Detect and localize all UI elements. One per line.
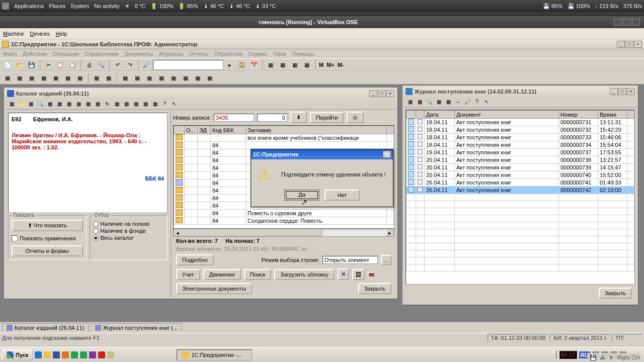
radio-infund[interactable] — [93, 228, 99, 234]
search-button[interactable]: Поиск — [244, 269, 271, 280]
tb-open-icon[interactable]: 📂 — [14, 59, 25, 70]
journal-row[interactable]: 18.04.11Акт поступления книг000000073415… — [407, 141, 634, 149]
ql-ie-icon[interactable] — [35, 351, 42, 358]
uchet-button[interactable]: Учет — [176, 269, 200, 280]
ct-new-icon[interactable]: ▦ — [7, 100, 16, 109]
journal-titlebar[interactable]: Журнал поступления книг (14.02.09-31.12.… — [404, 86, 637, 97]
scroll-thumb[interactable] — [182, 229, 323, 236]
tb2-16-icon[interactable]: ▦ — [192, 72, 203, 83]
journal-max-icon[interactable]: □ — [618, 88, 626, 95]
go-button[interactable]: Перейти — [310, 112, 344, 123]
wintab-journal[interactable]: Журнал поступления книг (... — [91, 323, 182, 332]
detail-button[interactable]: Подробно — [176, 254, 214, 265]
tb2-3-icon[interactable]: ▦ — [26, 72, 37, 83]
cover-clear-button[interactable]: ✕ — [338, 268, 349, 280]
ct-sort-icon[interactable]: ▦ — [84, 100, 93, 109]
journal-row[interactable]: 18.04.11Акт поступления книг000000073215… — [407, 126, 634, 134]
journal-min-icon[interactable]: _ — [610, 88, 618, 95]
gnome-system[interactable]: System — [70, 3, 89, 9]
tb-copy-icon[interactable]: 📋 — [55, 59, 66, 70]
ql-opera-icon[interactable] — [98, 351, 105, 358]
dialog-yes-button[interactable]: Да — [284, 190, 319, 201]
tb-misc2-icon[interactable]: ▦ — [277, 59, 288, 70]
ct-refresh-icon[interactable]: ↻ — [103, 100, 112, 109]
dialog-titlebar[interactable]: 1С:Предприятие × — [251, 149, 393, 159]
ql-explorer-icon[interactable] — [44, 351, 51, 358]
close-catalog-button[interactable]: Закрыть — [358, 283, 391, 294]
ct-more1-icon[interactable]: ▦ — [112, 100, 121, 109]
gnome-places[interactable]: Places — [49, 3, 65, 9]
tb-search-combo[interactable] — [153, 60, 223, 70]
ct-pointer-icon[interactable]: ↖ — [170, 100, 179, 109]
scroll-right-icon[interactable]: ▸ — [386, 229, 394, 236]
what-show-button[interactable]: ⬆ Что показать — [12, 220, 83, 231]
col-bbk[interactable]: Код ББК — [211, 126, 246, 134]
journal-row[interactable]: 20.04.11Акт поступления книг000000073813… — [407, 156, 634, 164]
tb-paste-icon[interactable]: 📋 — [67, 59, 78, 70]
menu-reports[interactable]: Отчеты — [189, 51, 208, 57]
jt-help-icon[interactable]: ? — [472, 98, 481, 107]
close-journal-button[interactable]: Закрыть — [599, 288, 632, 299]
tb2-7-icon[interactable]: ▦ — [74, 72, 86, 83]
menu-docs[interactable]: Документы — [124, 51, 153, 57]
ct-more3-icon[interactable]: ▦ — [131, 100, 140, 109]
journal-close-icon[interactable]: × — [627, 88, 635, 95]
catalog-min-icon[interactable]: _ — [369, 90, 377, 97]
menu-file[interactable]: Файл — [3, 51, 17, 57]
edoc-button[interactable]: Электронные документы — [176, 283, 252, 294]
vbox-grip[interactable] — [0, 12, 644, 16]
tb-print-icon[interactable]: 🖨 — [84, 59, 95, 70]
vbox-menu-machine[interactable]: Machine — [3, 31, 24, 37]
scroll-left-icon[interactable]: ◂ — [174, 229, 182, 236]
ql-save-icon[interactable] — [53, 351, 60, 358]
reports-button[interactable]: Отчеты и формы — [12, 245, 83, 256]
jt-find-icon[interactable]: 🔎 — [463, 98, 472, 107]
onec-close-icon[interactable]: × — [634, 41, 642, 48]
jt-view-icon[interactable]: 🔍 — [425, 98, 434, 107]
tb-redo-icon[interactable]: ↷ — [124, 59, 135, 70]
ql-firefox-icon[interactable] — [62, 351, 69, 358]
tb2-2-icon[interactable]: ▦ — [14, 72, 25, 83]
mode-more-button[interactable]: ... — [381, 255, 391, 265]
tb-misc3-icon[interactable]: ▦ — [289, 59, 300, 70]
rec-target-icon[interactable]: ◎ — [347, 112, 364, 123]
show-notes-checkbox[interactable] — [12, 235, 18, 241]
gnome-apps[interactable]: Applications — [14, 3, 44, 9]
vbox-close-icon[interactable] — [632, 19, 640, 26]
ct-copy-icon[interactable]: ▦ — [45, 100, 54, 109]
menu-proc[interactable]: Обработки — [214, 51, 242, 57]
tb2-1-icon[interactable]: ▦ — [2, 72, 13, 83]
ql-app3-icon[interactable] — [89, 351, 96, 358]
tb-mp[interactable]: M+ — [326, 62, 336, 68]
journal-grid[interactable]: Дата Документ Номер Время 18.04.11Акт по… — [406, 110, 635, 285]
tb-misc1-icon[interactable]: ▦ — [265, 59, 276, 70]
start-button[interactable]: Пуск — [2, 349, 33, 360]
tb2-12-icon[interactable]: ▦ — [144, 72, 155, 83]
jcol-time[interactable]: Время — [598, 111, 627, 119]
journal-row[interactable]: 20.04.11Акт поступления книг000000073914… — [407, 164, 634, 171]
tb2-11-icon[interactable]: ▦ — [132, 72, 143, 83]
gnome-foot-icon[interactable] — [2, 3, 9, 10]
col-o[interactable]: О... — [185, 126, 198, 134]
jt-interval-icon[interactable]: ↔ — [453, 98, 462, 107]
rec-idx-input[interactable] — [257, 114, 287, 122]
tb2-10-icon[interactable]: ▦ — [120, 72, 131, 83]
catalog-close-icon[interactable]: × — [386, 90, 394, 97]
tb-misc4-icon[interactable]: ▦ — [301, 59, 312, 70]
ct-help-icon[interactable]: ? — [160, 100, 169, 109]
ct-more4-icon[interactable]: ▦ — [141, 100, 150, 109]
radio-onshelf[interactable] — [93, 221, 99, 227]
jcol-num[interactable]: Номер — [559, 111, 598, 119]
tb-preview-icon[interactable]: 🔍 — [96, 59, 107, 70]
vbox-max-icon[interactable] — [623, 19, 631, 26]
tb-cut-icon[interactable]: ✂ — [43, 59, 54, 70]
menu-journals[interactable]: Журналы — [159, 51, 183, 57]
move-button[interactable]: Движения — [203, 269, 241, 280]
ct-view-icon[interactable]: 🔍 — [36, 100, 45, 109]
vbox-min-icon[interactable] — [614, 19, 622, 26]
vbox-menu-help[interactable]: Help — [56, 31, 67, 37]
catalog-hscroll[interactable]: ◂ ▸ — [173, 229, 394, 237]
journal-row[interactable]: 19.04.11Акт поступления книг000000073717… — [407, 149, 634, 156]
tb2-13-icon[interactable]: ▦ — [156, 72, 167, 83]
jcol-date[interactable]: Дата — [425, 111, 455, 119]
